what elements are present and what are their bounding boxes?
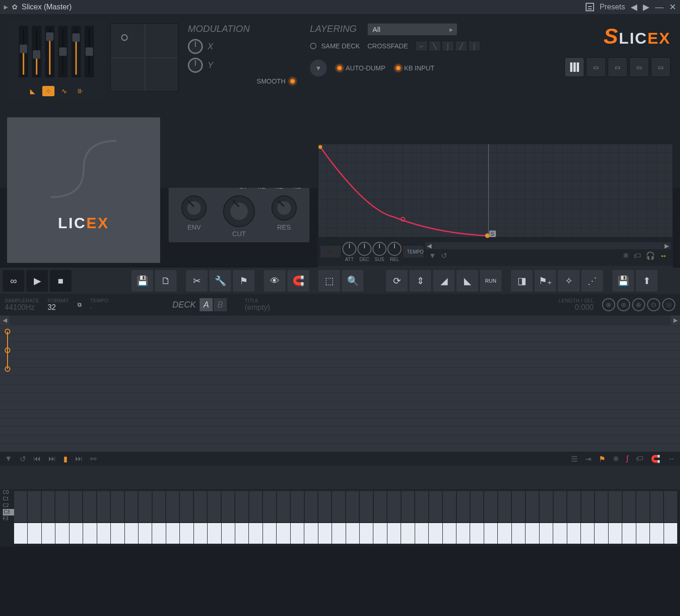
slice-key[interactable] — [650, 491, 663, 522]
slice-key[interactable] — [526, 491, 539, 522]
fadeout-icon[interactable]: ◣ — [456, 270, 478, 292]
slice-key[interactable] — [194, 491, 207, 522]
mod-y-knob[interactable] — [188, 58, 203, 73]
slice-key[interactable] — [346, 491, 359, 522]
tool-circle-5[interactable]: ⦾ — [662, 298, 675, 311]
btm-end-icon[interactable]: ⏭ — [48, 454, 56, 463]
btm-curve-icon[interactable]: ∫ — [626, 454, 628, 463]
view-mode-5[interactable]: ▭ — [651, 57, 671, 77]
region-icon[interactable]: ◨ — [511, 270, 533, 292]
crossfade-shape-2[interactable]: ╲ — [429, 41, 441, 51]
slice-key[interactable] — [83, 491, 96, 522]
close-icon[interactable]: ✕ — [669, 2, 676, 12]
piano-key[interactable] — [498, 523, 511, 544]
slice-key[interactable] — [595, 491, 608, 522]
presets-label[interactable]: Presets — [600, 3, 625, 11]
slice-key[interactable] — [471, 491, 483, 522]
stop-button[interactable]: ■ — [50, 270, 71, 292]
slice-key[interactable] — [28, 491, 40, 522]
slice-key[interactable] — [70, 491, 82, 522]
key-label-f3[interactable]: F3 — [3, 516, 14, 522]
slice-key[interactable] — [222, 491, 234, 522]
slice-key[interactable] — [609, 491, 621, 522]
piano-key[interactable] — [373, 523, 386, 544]
zoom-icon[interactable]: 🔍 — [342, 270, 363, 292]
env-headphone-icon[interactable]: 🎧 — [646, 251, 655, 260]
slice-key[interactable] — [97, 491, 110, 522]
piano-key[interactable] — [291, 523, 304, 544]
wave-scrollbar[interactable]: ◀ ▶ — [0, 316, 680, 325]
cut-icon[interactable]: ✂ — [186, 270, 208, 292]
slice-key[interactable] — [153, 491, 165, 522]
piano-key[interactable] — [28, 523, 41, 544]
fadein-icon[interactable]: ◢ — [433, 270, 455, 292]
crossfade-shape-5[interactable]: ⌠ — [468, 41, 480, 51]
crossfade-shape-4[interactable]: ╱ — [455, 41, 467, 51]
eye-icon[interactable]: 👁 — [264, 270, 286, 292]
btm-skip-icon[interactable]: ⏭ — [75, 454, 83, 463]
piano-key[interactable] — [429, 523, 442, 544]
smooth-led[interactable] — [289, 78, 296, 85]
slider-4[interactable] — [58, 26, 68, 77]
slice-key[interactable] — [664, 491, 677, 522]
piano-key[interactable] — [360, 523, 373, 544]
mode-icon-4[interactable]: ⊪ — [74, 86, 86, 96]
piano-key[interactable] — [208, 523, 221, 544]
piano-key[interactable] — [443, 523, 456, 544]
tool-circle-2[interactable]: ⊜ — [617, 298, 630, 311]
same-deck-radio[interactable] — [310, 43, 317, 49]
piano-keys[interactable] — [14, 523, 677, 544]
key-label-c0[interactable]: C0 — [3, 489, 14, 496]
preset-next-icon[interactable]: ▶ — [643, 2, 649, 12]
xy-dot[interactable] — [121, 34, 128, 41]
scroll-left-icon[interactable]: ◀ — [0, 316, 9, 325]
piano-key[interactable] — [484, 523, 497, 544]
piano-key[interactable] — [277, 523, 290, 544]
xy-pad[interactable] — [110, 23, 178, 92]
piano-key[interactable] — [512, 523, 525, 544]
waveform-display[interactable] — [0, 325, 680, 452]
mod-x-knob[interactable] — [188, 39, 203, 54]
piano-key[interactable] — [166, 523, 179, 544]
slider-6[interactable] — [85, 26, 94, 77]
piano-key[interactable] — [387, 523, 401, 544]
piano-key[interactable] — [97, 523, 110, 544]
env-freeze-icon[interactable]: ❄ — [623, 251, 629, 260]
btm-flag-icon[interactable]: ▮ — [63, 454, 68, 463]
new-icon[interactable]: 🗋 — [155, 270, 177, 292]
flag-icon[interactable]: ⚑ — [233, 270, 255, 292]
slice-key[interactable] — [42, 491, 54, 522]
slice-key[interactable] — [208, 491, 220, 522]
piano-key[interactable] — [609, 523, 622, 544]
slice-key[interactable] — [291, 491, 303, 522]
marker-1[interactable] — [5, 329, 10, 334]
piano-key[interactable] — [332, 523, 345, 544]
play-button[interactable]: ▶ — [26, 270, 48, 292]
piano-key[interactable] — [152, 523, 165, 544]
slice-key[interactable] — [512, 491, 525, 522]
btm-tag-icon[interactable]: 🏷 — [636, 454, 643, 463]
piano-key[interactable] — [83, 523, 96, 544]
mode-icon-3[interactable]: ∿ — [58, 86, 70, 96]
piano-key[interactable] — [636, 523, 649, 544]
pattern-icon[interactable]: ⋰ — [581, 270, 603, 292]
slice-key[interactable] — [235, 491, 248, 522]
deck-b-button[interactable]: B — [214, 298, 227, 311]
btm-stretch-icon[interactable]: ↔ — [668, 454, 675, 463]
filter-env-knob[interactable] — [181, 195, 207, 221]
view-mode-1[interactable] — [564, 57, 584, 77]
slice-key[interactable] — [55, 491, 68, 522]
options-dropdown-icon[interactable]: ▼ — [310, 60, 327, 77]
piano-key[interactable] — [401, 523, 414, 544]
piano-key[interactable] — [553, 523, 566, 544]
slice-key[interactable] — [125, 491, 138, 522]
slice-key[interactable] — [623, 491, 635, 522]
piano-key[interactable] — [42, 523, 55, 544]
view-mode-3[interactable]: ▭ — [608, 57, 627, 77]
slice-key[interactable] — [387, 491, 400, 522]
piano-key[interactable] — [540, 523, 553, 544]
filter-res-knob[interactable] — [271, 195, 297, 221]
sus-knob[interactable] — [372, 242, 386, 256]
btm-undo-icon[interactable]: ↺ — [20, 454, 26, 463]
tool-circle-3[interactable]: ⊕ — [632, 298, 645, 311]
